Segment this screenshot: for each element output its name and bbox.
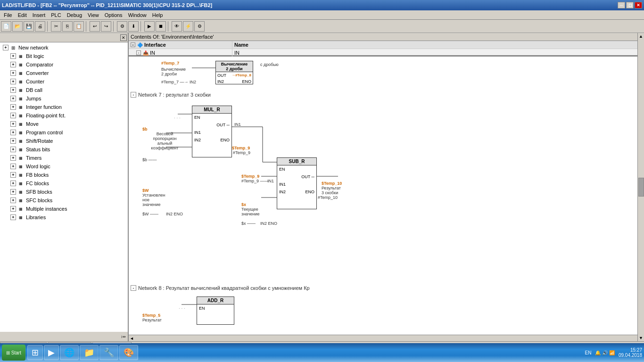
expand-fb-blocks[interactable]: + [10, 172, 16, 178]
expand-jumps[interactable]: + [10, 96, 16, 101]
tree-jumps[interactable]: + ▦ Jumps [1, 94, 127, 103]
expand-fc-blocks[interactable]: + [10, 181, 16, 186]
expand-counter[interactable]: + [10, 79, 16, 84]
menu-help[interactable]: Help [149, 11, 166, 19]
menu-insert[interactable]: Insert [30, 11, 49, 19]
expand-comparator[interactable]: + [10, 62, 16, 67]
stop-btn[interactable]: ⏹ [156, 21, 166, 32]
tree-move[interactable]: + ▦ Move [1, 120, 127, 128]
expand-sfc-blocks[interactable]: + [10, 197, 16, 203]
expand-libraries[interactable]: + [10, 214, 16, 220]
scroll-thumb[interactable] [638, 178, 644, 197]
tree-comparator[interactable]: + ▦ Comparator [1, 60, 127, 69]
date: 09.04.2018 [619, 353, 642, 358]
expand-multiple-instances[interactable]: + [10, 206, 16, 212]
settings-btn[interactable]: ⚙ [194, 21, 205, 32]
minimize-button[interactable]: ─ [618, 2, 625, 8]
undo-btn[interactable]: ↩ [90, 21, 100, 32]
expand-integer-function[interactable]: + [10, 104, 16, 110]
tree-timers[interactable]: + ▦ Timers [1, 154, 127, 162]
close-button[interactable]: ✕ [635, 2, 642, 8]
taskbar-app-3[interactable]: 🌐 [60, 345, 79, 360]
tree-sfb-blocks[interactable]: + ▦ SFB blocks [1, 188, 127, 196]
network8-collapse[interactable]: - [131, 285, 136, 291]
tree-multiple-instances[interactable]: + ▦ Multiple instances [1, 205, 127, 213]
tree-word-logic[interactable]: + ▦ Word logic [1, 162, 127, 171]
tree-fc-blocks[interactable]: + ▦ FC blocks [1, 179, 127, 188]
expand-word-logic[interactable]: + [10, 164, 16, 169]
libraries-icon: ▦ [17, 214, 25, 221]
cut-btn[interactable]: ✂ [51, 21, 61, 32]
new-btn[interactable]: 📄 [1, 21, 11, 32]
compile-btn[interactable]: ⚙ [117, 21, 127, 32]
menu-edit[interactable]: Edit [15, 11, 30, 19]
horizontal-scrollbar[interactable]: ◄ ► [129, 335, 644, 341]
monitor-btn[interactable]: 👁 [172, 21, 182, 32]
tree-fb-blocks[interactable]: + ▦ FB blocks [1, 171, 127, 179]
word-logic-label: Word logic [26, 164, 50, 169]
tree-converter[interactable]: + ▦ Converter [1, 69, 127, 77]
converter-icon: ▦ [17, 69, 25, 77]
menu-window[interactable]: Window [125, 11, 149, 19]
save-btn[interactable]: 💾 [24, 21, 34, 32]
tree-floating-point[interactable]: + ▦ Floating-point fct. [1, 111, 127, 120]
menu-view[interactable]: View [85, 11, 102, 19]
expand-timers[interactable]: + [10, 155, 16, 161]
taskbar: ⊞ Start ⊞ ▶ 🌐 📁 🔧 🎨 EN 🔔 🔊 📶 15:27 09.04… [0, 343, 644, 362]
interface-expand[interactable]: - [131, 42, 135, 47]
restore-button[interactable]: ◻ [626, 2, 634, 8]
tree-integer-function[interactable]: + ▦ Integer function [1, 103, 127, 111]
menu-debug[interactable]: Debug [64, 11, 85, 19]
tree-db-call[interactable]: + ▦ DB call [1, 86, 127, 94]
taskbar-app-5[interactable]: 🔧 [99, 345, 118, 360]
paste-btn[interactable]: 📋 [74, 21, 84, 32]
panel-resize-handle[interactable]: ↕⇔ [0, 332, 128, 341]
expand-floating-point[interactable]: + [10, 113, 16, 118]
shift-rotate-icon: ▦ [17, 137, 25, 145]
tree-status-bits[interactable]: + ▦ Status bits [1, 145, 127, 154]
tree-bit-logic[interactable]: + ▦ Bit logic [1, 52, 127, 60]
start-button[interactable]: ⊞ Start [2, 345, 25, 361]
force-btn[interactable]: ⚡ [183, 21, 193, 32]
bit-logic-icon: ▦ [17, 52, 25, 60]
expand-status-bits[interactable]: + [10, 147, 16, 152]
open-btn[interactable]: 📂 [12, 21, 23, 32]
taskbar-app-1[interactable]: ⊞ [27, 345, 43, 360]
content-area[interactable]: Вычисление2 дроби OUT →#Temp_8 IN2 ENO #… [129, 57, 644, 335]
tree-container[interactable]: + ⊞ New network + ▦ Bit logic + ▦ Compar… [0, 42, 128, 332]
menu-file[interactable]: File [1, 11, 15, 19]
taskbar-app-2[interactable]: ▶ [44, 345, 59, 360]
expand-db-call[interactable]: + [10, 87, 16, 93]
vertical-scrollbar[interactable]: ▲ ▼ [637, 33, 644, 341]
expand-new-network[interactable]: + [3, 45, 8, 50]
copy-btn[interactable]: ⎘ [62, 21, 73, 32]
new-network-icon: ⊞ [9, 44, 17, 51]
tree-new-network[interactable]: + ⊞ New network [1, 43, 127, 52]
network7-collapse[interactable]: - [131, 92, 136, 98]
tree-shift-rotate[interactable]: + ▦ Shift/Rotate [1, 137, 127, 145]
download-btn[interactable]: ⬇ [128, 21, 139, 32]
network8-svg [140, 294, 281, 335]
in-expand[interactable]: - [136, 50, 141, 55]
expand-shift-rotate[interactable]: + [10, 138, 16, 144]
run-btn[interactable]: ▶ [144, 21, 155, 32]
tree-program-control[interactable]: + ▦ Program control [1, 128, 127, 137]
tree-counter[interactable]: + ▦ Counter [1, 77, 127, 86]
left-panel-close[interactable]: ✕ [120, 34, 127, 41]
tree-sfc-blocks[interactable]: + ▦ SFC blocks [1, 196, 127, 205]
network8-header: - Network 8 : Результат вычислений квадр… [131, 284, 642, 292]
menu-plc[interactable]: PLC [48, 11, 64, 19]
expand-sfb-blocks[interactable]: + [10, 189, 16, 195]
expand-move[interactable]: + [10, 121, 16, 127]
taskbar-app-4[interactable]: 📁 [80, 345, 99, 360]
tree-libraries[interactable]: + ▦ Libraries [1, 213, 127, 222]
expand-bit-logic[interactable]: + [10, 53, 16, 59]
menu-options[interactable]: Options [102, 11, 125, 19]
expand-converter[interactable]: + [10, 70, 16, 76]
print-btn[interactable]: 🖨 [35, 21, 45, 32]
db-call-label: DB call [26, 87, 42, 93]
taskbar-app-6[interactable]: 🎨 [119, 345, 138, 360]
expand-program-control[interactable]: + [10, 130, 16, 135]
prev-network-fragment: Вычисление2 дроби OUT →#Temp_8 IN2 ENO #… [159, 58, 642, 87]
redo-btn[interactable]: ↪ [101, 21, 111, 32]
